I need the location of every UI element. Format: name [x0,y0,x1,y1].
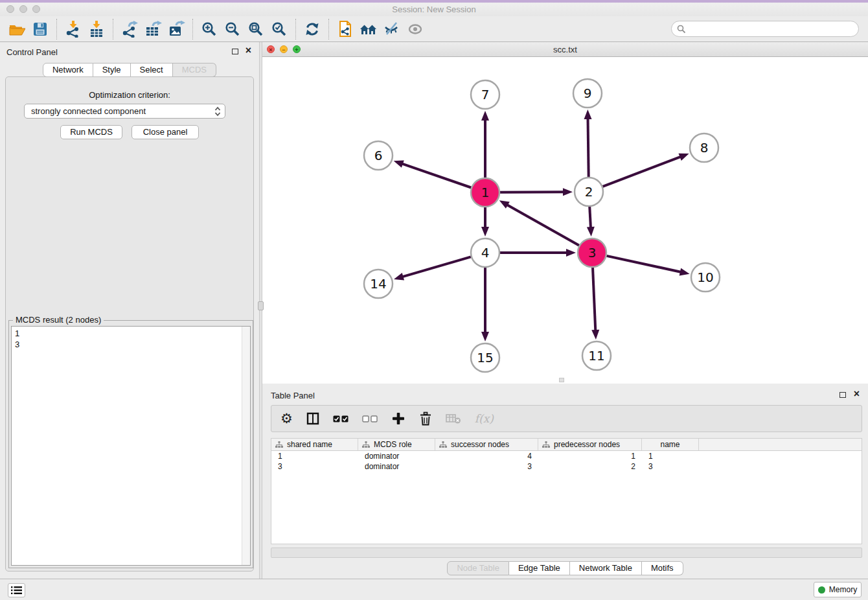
edge-1-6[interactable] [402,163,471,187]
export-image-button[interactable] [165,19,188,40]
edge-arrowhead [563,188,573,196]
table-cell[interactable]: 3 [642,461,699,472]
close-table-panel-icon[interactable]: × [854,388,860,400]
network-frame-titlebar[interactable]: × − + scc.txt [262,42,868,57]
svg-text:9: 9 [584,86,592,101]
trash-icon [419,411,432,426]
edge-2-9[interactable] [588,118,589,177]
show-all-eye-icon [407,21,424,37]
import-table-button[interactable] [85,19,108,40]
edge-2-3[interactable] [589,207,591,228]
deselect-all-button[interactable] [362,410,378,427]
task-history-button[interactable] [8,583,25,597]
run-mcds-button[interactable]: Run MCDS [60,125,122,139]
edge-2-8[interactable] [602,157,681,187]
column-visibility-button[interactable] [306,410,319,427]
function-builder-button[interactable]: f(x) [475,410,494,427]
export-table-button[interactable] [141,19,165,40]
table-cell[interactable]: 1 [271,451,358,461]
tab-node-table[interactable]: Node Table [447,561,509,575]
delete-table-button[interactable] [446,410,461,427]
table-toolbar: ⚙ f(x) [271,405,862,432]
graph-node-9[interactable]: 9 [573,79,602,108]
float-panel-icon[interactable] [232,49,238,54]
tab-motifs[interactable]: Motifs [642,561,683,575]
toolbar-separator [56,19,57,40]
tab-select[interactable]: Select [131,63,173,77]
edge-3-11[interactable] [593,268,595,331]
table-cell[interactable]: 4 [435,451,538,461]
add-column-button[interactable] [391,410,405,427]
zoom-selected-button[interactable] [268,19,291,40]
show-all-button[interactable] [404,19,427,40]
new-network-from-selection-button[interactable] [334,19,357,40]
close-panel-button[interactable]: Close panel [131,125,199,139]
graph-node-8[interactable]: 8 [690,133,718,162]
edge-4-14[interactable] [402,257,470,277]
edge-3-1[interactable] [507,205,579,246]
tab-style[interactable]: Style [93,63,131,77]
export-network-button[interactable] [118,19,141,40]
result-scrollbar[interactable] [242,327,250,565]
tab-network[interactable]: Network [43,63,93,77]
select-all-button[interactable] [333,410,348,427]
graph-node-3[interactable]: 3 [578,238,606,267]
first-neighbors-button[interactable] [357,19,380,40]
control-panel-tabs: NetworkStyleSelectMCDS [0,63,259,77]
criterion-dropdown[interactable]: strongly connected component [24,104,225,119]
graph-node-1[interactable]: 1 [471,178,499,207]
float-table-panel-icon[interactable] [839,392,846,398]
table-row[interactable]: 3dominator323 [271,461,862,472]
edge-3-10[interactable] [606,256,681,272]
save-session-button[interactable] [29,19,52,40]
edge-arrowhead [584,110,592,119]
graph-node-14[interactable]: 14 [364,270,393,298]
graph-node-2[interactable]: 2 [575,178,603,206]
graph-node-4[interactable]: 4 [471,238,499,267]
edge-1-2[interactable] [500,192,564,192]
tab-edge-table[interactable]: Edge Table [509,561,570,575]
table-cell[interactable]: dominator [358,461,435,472]
column-header-MCDS-role[interactable]: MCDS role [358,439,435,450]
column-visibility-icon [306,412,319,425]
graph-node-6[interactable]: 6 [364,141,393,170]
table-cell[interactable]: 2 [538,461,642,472]
table-cell[interactable]: dominator [358,451,435,461]
zoom-out-button[interactable] [221,19,244,40]
frame-resize-handle[interactable] [559,378,564,382]
column-header-predecessor-nodes[interactable]: predecessor nodes [538,439,642,450]
tab-mcds[interactable]: MCDS [173,63,216,77]
column-header-shared-name[interactable]: shared name [271,439,358,450]
graph-node-15[interactable]: 15 [471,343,499,372]
table-panel-header: Table Panel × [262,386,868,404]
table-settings-button[interactable]: ⚙ [280,410,293,427]
graph-node-11[interactable]: 11 [582,341,611,370]
table-horizontal-scrollbar[interactable] [271,548,862,558]
graph-node-10[interactable]: 10 [691,263,720,292]
table-cell[interactable]: 1 [642,451,699,461]
table-row[interactable]: 1dominator411 [271,451,862,461]
zoom-fit-button[interactable] [244,19,268,40]
memory-button[interactable]: Memory [814,582,862,597]
delete-column-button[interactable] [419,410,432,427]
table-cell[interactable]: 3 [435,461,538,472]
panel-divider-grip[interactable] [258,301,264,310]
checked-box-icon [333,415,340,422]
open-session-button[interactable] [5,19,29,40]
refresh-button[interactable] [301,19,324,40]
hide-selected-button[interactable] [380,19,404,40]
column-header-successor-nodes[interactable]: successor nodes [435,439,538,450]
column-header-name[interactable]: name [642,439,699,450]
mcds-result-textarea[interactable]: 1 3 [11,326,251,566]
list-icon [11,586,22,595]
zoom-in-button[interactable] [198,19,221,40]
import-network-button[interactable] [62,19,85,40]
table-panel-tabs: Node TableEdge TableNetwork TableMotifs [262,561,868,575]
table-cell[interactable]: 3 [271,461,358,472]
table-cell[interactable]: 1 [538,451,642,461]
close-panel-icon[interactable]: × [246,45,251,56]
tab-network-table[interactable]: Network Table [570,561,642,575]
network-canvas[interactable]: 1234678910111415 [262,57,868,384]
graph-node-7[interactable]: 7 [471,80,499,109]
search-input[interactable] [686,22,858,36]
